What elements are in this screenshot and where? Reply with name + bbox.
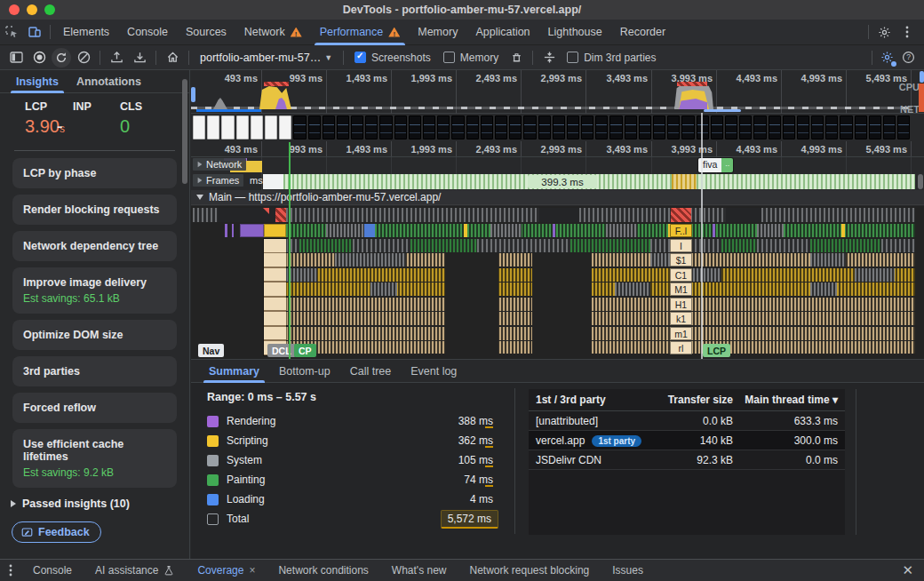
flame-label-k1[interactable]: k1 xyxy=(670,312,692,325)
drawer-tab-network-request-blocking[interactable]: Network request blocking xyxy=(458,560,601,581)
col-party[interactable]: 1st / 3rd party xyxy=(536,394,649,406)
feedback-button[interactable]: Feedback xyxy=(12,521,101,543)
screenshot-thumbnail[interactable] xyxy=(653,115,665,139)
marker-nav[interactable]: Nav xyxy=(198,344,224,357)
drawer-tab-coverage[interactable]: Coverage× xyxy=(186,560,267,581)
screenshot-thumbnail[interactable] xyxy=(783,115,795,139)
screenshot-thumbnail[interactable] xyxy=(351,115,363,139)
toggle-sidebar-icon[interactable] xyxy=(5,48,27,68)
screenshot-thumbnail[interactable] xyxy=(595,115,608,139)
screenshot-thumbnail[interactable] xyxy=(451,115,464,139)
main-thread-track-header[interactable]: Main — https://portfolio-amber-mu-57.ver… xyxy=(191,190,924,205)
network-request-badge[interactable]: fiva .. xyxy=(698,158,733,172)
details-tab-event-log[interactable]: Event log xyxy=(402,360,466,383)
screenshot-thumbnail[interactable] xyxy=(667,115,680,139)
capture-settings-gear-icon[interactable] xyxy=(876,48,897,68)
screenshot-thumbnail[interactable] xyxy=(495,115,507,139)
tab-application[interactable]: Application xyxy=(466,20,538,45)
flame-label-I[interactable]: I xyxy=(670,239,692,252)
selection-range-bar[interactable] xyxy=(196,109,261,112)
drawer-more-kebab-icon[interactable] xyxy=(0,564,21,577)
screenshot-thumbnail[interactable] xyxy=(337,115,349,139)
screenshot-thumbnail[interactable] xyxy=(739,115,752,139)
screenshots-checkbox[interactable]: Screenshots xyxy=(349,52,436,64)
drawer-tab-ai-assistance[interactable]: AI assistance xyxy=(84,560,186,581)
close-tab-icon[interactable]: × xyxy=(249,564,255,577)
network-track[interactable]: Network fiva .. xyxy=(191,158,924,173)
timeline-scrollbar[interactable] xyxy=(918,174,923,189)
flame-label-C1[interactable]: C1 xyxy=(670,268,692,282)
scripting-block[interactable] xyxy=(264,224,286,237)
flame-label-H1[interactable]: H1 xyxy=(670,298,692,311)
tab-memory[interactable]: Memory xyxy=(409,20,466,45)
drawer-tab-what's-new[interactable]: What's new xyxy=(380,560,458,581)
screenshot-thumbnail[interactable] xyxy=(365,115,378,139)
tab-performance[interactable]: Performance xyxy=(311,20,410,45)
flame-label-m1[interactable]: m1 xyxy=(670,327,692,340)
main-thread-flame-chart[interactable]: F..lI$1C1M1H1k1m1rl NavDCLCPLCP xyxy=(191,206,924,359)
drawer-tab-console[interactable]: Console xyxy=(21,560,84,581)
tab-console[interactable]: Console xyxy=(118,20,177,45)
insight-card[interactable]: Optimize DOM size xyxy=(12,320,177,350)
screenshot-thumbnail[interactable] xyxy=(236,115,249,139)
screenshot-thumbnail[interactable] xyxy=(193,115,205,139)
screenshot-thumbnail[interactable] xyxy=(523,115,536,139)
insight-card[interactable]: Improve image deliveryEst savings: 65.1 … xyxy=(12,267,177,314)
screenshot-thumbnail[interactable] xyxy=(251,115,263,139)
call-stack-column[interactable] xyxy=(264,239,286,355)
upload-profile-icon[interactable] xyxy=(106,48,127,68)
table-row[interactable]: vercel.app1st party140 kB300.0 ms xyxy=(529,431,845,450)
screenshot-thumbnail[interactable] xyxy=(379,115,392,139)
insight-card[interactable]: LCP by phase xyxy=(12,158,177,188)
screenshot-thumbnail[interactable] xyxy=(437,115,450,139)
marker-dcl[interactable]: DCL xyxy=(267,344,296,357)
screenshot-thumbnail[interactable] xyxy=(323,115,335,139)
screenshot-thumbnail[interactable] xyxy=(625,115,637,139)
record-button[interactable] xyxy=(28,48,50,68)
flame-label-rl[interactable]: rl xyxy=(670,341,692,354)
marker-lcp[interactable]: LCP xyxy=(703,344,730,357)
flame-label-Fl[interactable]: F..l xyxy=(670,224,692,237)
overview-right-handle[interactable] xyxy=(920,71,924,83)
screenshot-thumbnail[interactable] xyxy=(466,115,479,139)
more-options-kebab-icon[interactable] xyxy=(896,22,919,42)
record-and-reload-button[interactable] xyxy=(52,48,71,68)
details-tab-summary[interactable]: Summary xyxy=(200,360,268,383)
screenshot-thumbnail[interactable] xyxy=(553,115,565,139)
tab-elements[interactable]: Elements xyxy=(54,20,118,45)
screenshot-thumbnail[interactable] xyxy=(221,115,234,139)
screenshot-thumbnail[interactable] xyxy=(481,115,493,139)
flame-label-1[interactable]: $1 xyxy=(670,253,692,267)
collect-garbage-icon[interactable] xyxy=(506,48,527,68)
rendering-block[interactable] xyxy=(240,224,264,237)
tab-sources[interactable]: Sources xyxy=(177,20,235,45)
marker-fcp[interactable]: CP xyxy=(294,344,316,357)
sidebar-tab-annotations[interactable]: Annotations xyxy=(69,70,148,93)
screenshot-thumbnail[interactable] xyxy=(883,115,896,139)
screenshot-thumbnail[interactable] xyxy=(293,115,306,139)
device-toolbar-icon[interactable] xyxy=(23,22,46,42)
sidebar-tab-insights[interactable]: Insights xyxy=(9,70,66,93)
overview-left-handle[interactable] xyxy=(191,87,195,102)
sidebar-scrollbar[interactable] xyxy=(182,79,187,184)
details-tab-bottom-up[interactable]: Bottom-up xyxy=(270,360,339,383)
screenshot-thumbnail[interactable] xyxy=(681,115,694,139)
screenshot-thumbnail[interactable] xyxy=(711,115,723,139)
passed-insights-toggle[interactable]: Passed insights (10) xyxy=(11,497,189,510)
flame-label-M1[interactable]: M1 xyxy=(670,283,692,296)
tab-lighthouse[interactable]: Lighthouse xyxy=(539,20,611,45)
screenshot-filmstrip[interactable] xyxy=(191,115,924,141)
screenshot-thumbnail[interactable] xyxy=(538,115,551,139)
collapse-tracks-icon[interactable] xyxy=(538,48,560,68)
tab-network[interactable]: Network xyxy=(235,20,311,45)
table-row[interactable]: [unattributed]0.0 kB633.3 ms xyxy=(529,411,845,431)
screenshot-thumbnail[interactable] xyxy=(639,115,651,139)
col-transfer-size[interactable]: Transfer size xyxy=(649,394,733,406)
screenshot-thumbnail[interactable] xyxy=(797,115,809,139)
timeline-overview[interactable]: 493 ms993 ms1,493 ms1,993 ms2,493 ms2,99… xyxy=(191,70,924,114)
insight-card[interactable]: Forced reflow xyxy=(12,393,177,423)
insight-card[interactable]: 3rd parties xyxy=(12,356,177,386)
insight-card[interactable]: Render blocking requests xyxy=(12,195,177,225)
screenshot-thumbnail[interactable] xyxy=(279,115,291,139)
screenshot-thumbnail[interactable] xyxy=(567,115,579,139)
